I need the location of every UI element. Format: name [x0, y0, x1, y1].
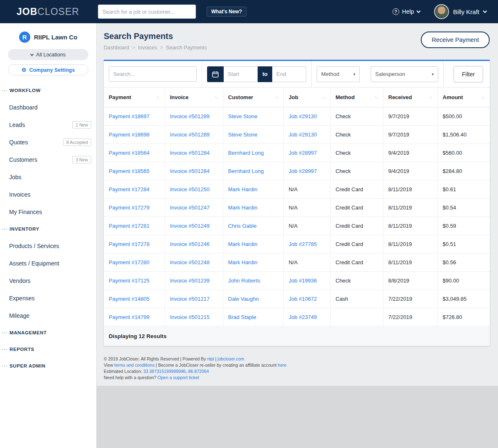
salesperson-dropdown[interactable]: Salesperson ▾ — [371, 66, 438, 82]
payment-link[interactable]: Payment #18565 — [109, 168, 149, 174]
job-link[interactable]: Job #27785 — [289, 241, 317, 247]
payment-link[interactable]: Payment #14799 — [109, 314, 149, 320]
breadcrumb-invoices[interactable]: Invoices — [138, 45, 157, 51]
invoice-link[interactable]: Invoice #501249 — [170, 223, 210, 229]
whats-new-button[interactable]: What's New? — [207, 7, 247, 17]
customer-link[interactable]: Mark Hardin — [228, 186, 258, 192]
sidebar-item-assets-equipment[interactable]: Assets / Equipment — [0, 255, 96, 272]
global-search-input[interactable] — [98, 5, 196, 19]
invoice-link[interactable]: Invoice #501289 — [170, 113, 210, 119]
received-cell: 9/4/2019 — [383, 162, 437, 180]
sidebar-item-invoices[interactable]: Invoices — [0, 186, 96, 203]
all-locations-dropdown[interactable]: All Locations — [8, 49, 88, 60]
payment-link[interactable]: Payment #17280 — [109, 259, 149, 265]
breadcrumb-dashboard[interactable]: Dashboard — [104, 45, 129, 51]
customer-link[interactable]: Mark Hardin — [228, 241, 258, 247]
support-ticket-link[interactable]: Open a support ticket — [158, 375, 199, 380]
invoice-link[interactable]: Invoice #501217 — [170, 296, 210, 302]
location-link[interactable]: 33.387315199999996,-86.872064 — [143, 369, 209, 374]
invoice-link[interactable]: Invoice #501284 — [170, 150, 210, 156]
payment-link[interactable]: Payment #18697 — [109, 113, 149, 119]
filter-button[interactable]: Filter — [454, 66, 483, 83]
breadcrumb-current: Search Payments — [166, 45, 207, 51]
results-count: Displaying 12 Results — [104, 326, 490, 346]
payment-link[interactable]: Payment #17278 — [109, 241, 149, 247]
job-link[interactable]: Job #23749 — [289, 314, 317, 320]
start-date-input[interactable] — [224, 66, 258, 82]
header-customer[interactable]: Customer↑↓ — [223, 88, 283, 107]
header-amount[interactable]: Amount↑↓ — [437, 88, 490, 107]
customer-link[interactable]: Bernhard Long — [228, 150, 264, 156]
invoice-link[interactable]: Invoice #501284 — [170, 168, 210, 174]
header-invoice[interactable]: Invoice↑↓ — [165, 88, 223, 107]
job-link[interactable]: Job #29130 — [289, 113, 317, 119]
payment-link[interactable]: Payment #17281 — [109, 223, 149, 229]
invoice-link[interactable]: Invoice #501248 — [170, 259, 210, 265]
customer-link[interactable]: Steve Stone — [228, 113, 258, 119]
user-menu[interactable]: Billy Kraft — [434, 4, 486, 19]
affiliate-link[interactable]: here — [278, 363, 286, 368]
sidebar-item-quotes[interactable]: Quotes8 Accepted — [0, 134, 96, 151]
amount-cell: $0.51 — [437, 235, 490, 253]
payments-search-input[interactable] — [109, 66, 197, 82]
job-link[interactable]: Job #19936 — [289, 278, 317, 284]
sidebar-item-expenses[interactable]: Expenses — [0, 290, 96, 307]
header-job[interactable]: Job↑↓ — [283, 88, 330, 107]
payment-link[interactable]: Payment #17284 — [109, 186, 149, 192]
end-date-input[interactable] — [272, 66, 306, 82]
sidebar-item-leads[interactable]: Leads1 New — [0, 116, 96, 134]
riipl-link[interactable]: riipl — [207, 356, 214, 361]
job-link[interactable]: Job #10672 — [289, 296, 317, 302]
terms-link[interactable]: terms and conditions — [115, 363, 155, 368]
customer-link[interactable]: John Roberts — [228, 278, 260, 284]
payment-link[interactable]: Payment #14805 — [109, 296, 149, 302]
section-header-management[interactable]: MANAGEMENT — [0, 324, 96, 341]
help-menu[interactable]: ? Help — [393, 8, 420, 15]
method-cell: Cash — [330, 290, 383, 308]
customer-link[interactable]: Mark Hardin — [228, 259, 258, 265]
job-link[interactable]: Job #28997 — [289, 150, 317, 156]
sidebar-item-dashboard[interactable]: Dashboard — [0, 99, 96, 116]
payment-link[interactable]: Payment #18698 — [109, 131, 149, 138]
header-method[interactable]: Method↑↓ — [330, 88, 383, 107]
job-link[interactable]: Job #28997 — [289, 168, 317, 174]
customer-link[interactable]: Bernhard Long — [228, 168, 264, 174]
received-cell: 8/11/2019 — [383, 253, 437, 272]
table-row: Payment #17279 Invoice #501247 Mark Hard… — [104, 199, 490, 217]
customer-link[interactable]: Dale Vaughn — [228, 296, 259, 302]
payment-link[interactable]: Payment #18564 — [109, 150, 149, 156]
invoice-link[interactable]: Invoice #501239 — [170, 278, 210, 284]
gear-icon: ⚙ — [22, 67, 27, 73]
sidebar-item-products-services[interactable]: Products / Services — [0, 237, 96, 255]
invoice-link[interactable]: Invoice #501247 — [170, 205, 210, 211]
received-cell: 8/11/2019 — [383, 199, 437, 217]
header-received[interactable]: Received↑↓ — [383, 88, 437, 107]
section-header-reports[interactable]: REPORTS — [0, 341, 96, 358]
customer-link[interactable]: Steve Stone — [228, 131, 258, 138]
receive-payment-button[interactable]: Receive Payment — [421, 32, 490, 48]
sidebar-item-mileage[interactable]: Mileage — [0, 307, 96, 324]
sidebar-item-vendors[interactable]: Vendors — [0, 272, 96, 290]
job-link[interactable]: Job #29130 — [289, 131, 317, 138]
payment-link[interactable]: Payment #17125 — [109, 278, 149, 284]
sidebar-item-customers[interactable]: Customers3 New — [0, 151, 96, 168]
logo-text-primary: JOB — [17, 6, 37, 17]
customer-link[interactable]: Brad Staple — [228, 314, 256, 320]
jobcloser-link[interactable]: jobcloser.com — [217, 356, 244, 361]
app-logo[interactable]: JOBCLOSER — [17, 6, 79, 17]
payment-link[interactable]: Payment #17279 — [109, 205, 149, 211]
invoice-link[interactable]: Invoice #501246 — [170, 241, 210, 247]
company-settings-button[interactable]: ⚙ Company Settings — [8, 64, 88, 75]
invoice-link[interactable]: Invoice #501250 — [170, 186, 210, 192]
job-cell: N/A — [283, 253, 330, 272]
customer-link[interactable]: Mark Hardin — [228, 205, 258, 211]
invoice-link[interactable]: Invoice #501215 — [170, 314, 210, 320]
invoice-link[interactable]: Invoice #501289 — [170, 131, 210, 138]
sidebar-item-my-finances[interactable]: My Finances — [0, 203, 96, 221]
method-dropdown[interactable]: Method ▾ — [317, 66, 360, 82]
section-header-super-admin[interactable]: SUPER ADMIN — [0, 358, 96, 374]
sidebar-item-jobs[interactable]: Jobs — [0, 168, 96, 186]
calendar-button[interactable] — [207, 66, 224, 82]
header-payment[interactable]: Payment↑↓ — [104, 88, 165, 107]
customer-link[interactable]: Chris Gable — [228, 223, 257, 229]
